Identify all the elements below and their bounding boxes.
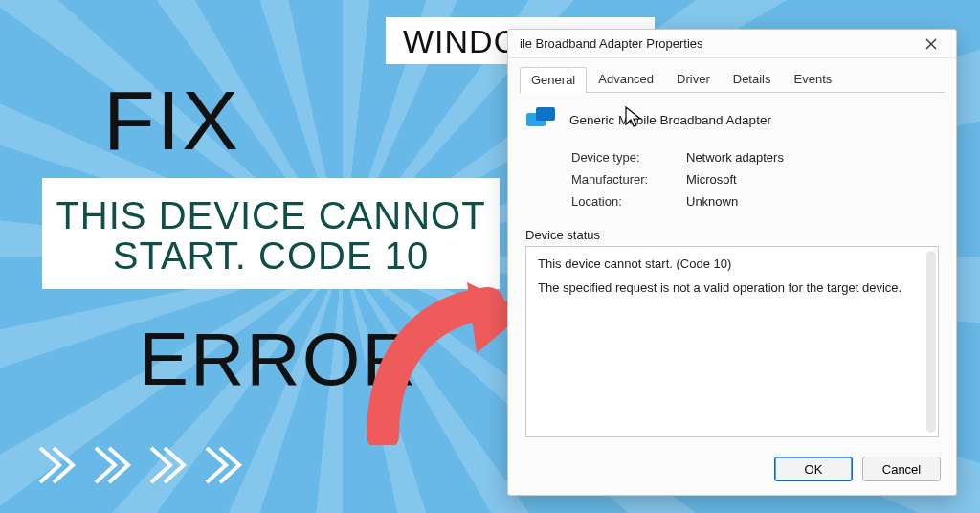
- device-info-grid: Device type: Network adapters Manufactur…: [571, 150, 939, 209]
- dialog-titlebar[interactable]: ile Broadband Adapter Properties: [508, 30, 956, 58]
- chevron-right-icon: [203, 444, 245, 486]
- tab-details[interactable]: Details: [722, 66, 783, 92]
- ok-button[interactable]: OK: [774, 457, 853, 481]
- device-properties-dialog: ile Broadband Adapter Properties General…: [507, 29, 957, 496]
- dialog-button-row: OK Cancel: [508, 445, 956, 495]
- network-adapter-icon: [525, 106, 558, 133]
- label-manufacturer: Manufacturer:: [571, 172, 686, 187]
- chevron-right-icon: [92, 444, 134, 486]
- chevron-right-icon: [36, 444, 78, 486]
- value-device-type: Network adapters: [686, 150, 939, 165]
- value-location: Unknown: [686, 194, 939, 209]
- headline-fix: FIX: [103, 72, 240, 169]
- value-manufacturer: Microsoft: [686, 172, 939, 187]
- tab-row: General Advanced Driver Details Events: [508, 58, 956, 92]
- device-status-label: Device status: [525, 228, 939, 242]
- headline-message-box: THIS DEVICE CANNOT START. CODE 10: [42, 178, 500, 289]
- label-device-type: Device type:: [571, 150, 686, 165]
- device-status-box[interactable]: This device cannot start. (Code 10) The …: [525, 246, 939, 437]
- headline-error: ERROR: [139, 316, 418, 403]
- close-button[interactable]: [914, 33, 948, 56]
- dialog-title: ile Broadband Adapter Properties: [520, 36, 703, 51]
- tab-general[interactable]: General: [520, 67, 587, 93]
- close-icon: [925, 38, 937, 50]
- headline-message-line2: START. CODE 10: [56, 235, 486, 276]
- tab-advanced[interactable]: Advanced: [587, 66, 665, 92]
- headline-message-line1: THIS DEVICE CANNOT: [56, 195, 486, 235]
- chevron-row: [36, 444, 245, 486]
- dialog-body: Generic Mobile Broadband Adapter Device …: [508, 93, 956, 445]
- status-line-1: This device cannot start. (Code 10): [538, 256, 926, 271]
- label-location: Location:: [571, 194, 686, 209]
- chevron-right-icon: [147, 444, 189, 486]
- tab-events[interactable]: Events: [783, 66, 844, 92]
- cancel-button[interactable]: Cancel: [862, 457, 941, 481]
- tab-driver[interactable]: Driver: [665, 66, 722, 92]
- device-status-group: Device status This device cannot start. …: [525, 228, 939, 437]
- device-name: Generic Mobile Broadband Adapter: [569, 113, 771, 127]
- svg-rect-1: [536, 107, 555, 121]
- status-line-2: The specified request is not a valid ope…: [538, 280, 926, 295]
